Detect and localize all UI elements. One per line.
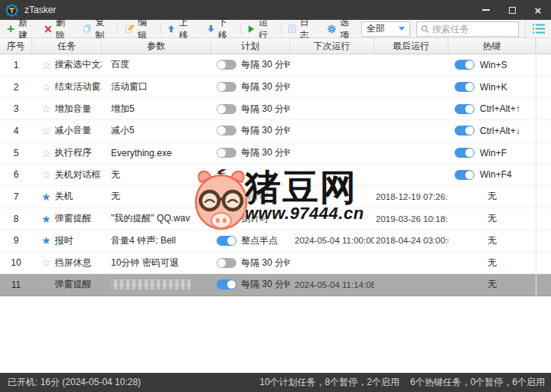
schedule-text: 每隔 30 分钟 — [241, 103, 290, 116]
favorite-star-icon[interactable]: ★ — [41, 214, 51, 224]
toggle-on[interactable] — [217, 279, 236, 289]
last-run-cell — [374, 120, 448, 142]
uptime-status: 已开机: 16分 (2024-05-04 10:28) — [8, 376, 141, 389]
favorite-star-outline-icon[interactable]: ☆ — [41, 257, 51, 268]
task-params-cell: 减小5 — [102, 120, 211, 142]
filter-dropdown[interactable]: 全部 — [361, 21, 410, 37]
minimize-button[interactable] — [473, 0, 499, 20]
column-header-1[interactable]: 序号 — [0, 38, 32, 54]
task-row-4[interactable]: 4☆减小音量减小5每隔 30 分钟Ctrl+Alt+↓ — [0, 120, 551, 142]
column-header-6[interactable]: 最后运行 — [374, 38, 448, 54]
task-row-8[interactable]: 8★弹窗提醒"我的提醒" QQ.wav倒计时2019-03-26 10:18:1… — [0, 208, 551, 230]
toggle-off[interactable] — [217, 126, 236, 136]
favorite-star-outline-icon[interactable]: ☆ — [41, 82, 51, 93]
hotkey-task-stats: 6个热键任务，0个暂停，6个启用 — [410, 376, 545, 389]
maximize-button[interactable] — [499, 0, 525, 20]
row-number: 3 — [0, 98, 32, 119]
toggle-on[interactable] — [455, 170, 474, 180]
hotkey-cell: 无 — [448, 274, 536, 296]
hotkey-text: 无 — [487, 234, 497, 247]
row-number: 11 — [0, 274, 32, 296]
row-number: 7 — [0, 186, 32, 207]
schedule-cell: 倒计时 — [211, 186, 290, 207]
hotkey-cell: Win+F4 — [448, 164, 536, 185]
toggle-off[interactable] — [217, 191, 236, 201]
hotkey-text: 无 — [487, 256, 497, 270]
schedule-cell: 每隔 30 分钟 — [211, 252, 290, 273]
task-row-6[interactable]: 6☆关机对话框无无Win+F4 — [0, 164, 551, 186]
copy-task-button[interactable]: 复制 — [77, 21, 116, 38]
toggle-on[interactable] — [455, 60, 474, 70]
plus-icon: + — [7, 22, 15, 35]
next-run-cell — [290, 164, 374, 185]
favorite-star-outline-icon[interactable]: ☆ — [41, 169, 51, 180]
favorite-star-outline-icon[interactable]: ☆ — [41, 126, 51, 136]
task-params-cell: "我的提醒" QQ.wav — [102, 208, 211, 230]
close-button[interactable]: × — [525, 0, 551, 20]
toggle-off[interactable] — [217, 148, 236, 158]
task-row-5[interactable]: 5☆执行程序Everything.exe每隔 30 分钟Win+F — [0, 142, 551, 165]
column-header-5[interactable]: 下次运行 — [290, 38, 374, 54]
row-number: 5 — [0, 142, 32, 164]
task-row-1[interactable]: 1☆搜索选中文本百度每隔 30 分钟Win+S — [0, 54, 551, 77]
toggle-off[interactable] — [217, 214, 236, 224]
next-run-cell — [290, 120, 374, 142]
edit-task-button[interactable]: 编辑 — [119, 21, 159, 38]
favorite-star-outline-icon[interactable]: ☆ — [41, 148, 51, 158]
view-list-button[interactable] — [525, 20, 551, 38]
arrow-down-icon — [207, 24, 214, 34]
favorite-star-outline-icon[interactable]: ☆ — [41, 279, 51, 290]
toggle-off[interactable] — [217, 60, 236, 70]
run-task-button[interactable]: 运行 — [241, 21, 279, 38]
task-name-cell: ☆减小音量 — [32, 120, 102, 142]
task-name-cell: ☆执行程序 — [32, 142, 102, 164]
row-number: 4 — [0, 120, 32, 142]
task-row-9[interactable]: 9★报时音量4 钟声: Bell整点半点2024-05-04 11:00:002… — [0, 230, 551, 253]
task-name: 结束活动窗... — [55, 80, 102, 93]
delete-task-button[interactable]: 删除 — [37, 21, 77, 38]
task-row-7[interactable]: 7★关机无倒计时2018-12-19 07:26:18无 — [0, 186, 551, 208]
task-row-11[interactable]: 11☆弹窗提醒每隔 30 分钟2024-05-04 11:14:08无 — [0, 274, 551, 296]
column-header-2[interactable]: 任务 — [32, 38, 102, 54]
column-header-4[interactable]: 计划 — [211, 38, 290, 54]
toolbar-separator — [240, 23, 241, 34]
search-input[interactable] — [432, 24, 514, 34]
schedule-text: 每隔 30 分钟 — [241, 146, 290, 159]
last-run-cell — [374, 98, 448, 119]
task-row-10[interactable]: 10☆挡屏休息10分钟 密码可退每隔 30 分钟无 — [0, 252, 551, 274]
task-row-2[interactable]: 2☆结束活动窗...活动窗口每隔 30 分钟Win+K — [0, 77, 551, 99]
toggle-on[interactable] — [455, 126, 474, 136]
toggle-on[interactable] — [455, 82, 474, 92]
column-header-3[interactable]: 参数 — [102, 38, 211, 54]
favorite-star-icon[interactable]: ★ — [41, 191, 51, 202]
move-up-button[interactable]: 上移 — [161, 21, 200, 38]
delete-x-icon — [44, 24, 51, 34]
toggle-on[interactable] — [217, 236, 236, 246]
table-header: 序号任务参数计划下次运行最后运行热键 — [0, 38, 551, 54]
task-row-3[interactable]: 3☆增加音量增加5每隔 30 分钟Ctrl+Alt+↑ — [0, 98, 551, 120]
schedule-cell: 每隔 30 分钟 — [211, 120, 290, 142]
favorite-star-icon[interactable]: ★ — [41, 235, 51, 246]
toggle-on[interactable] — [455, 104, 474, 114]
schedule-cell: 倒计时 — [211, 208, 290, 230]
task-params-cell: 无 — [102, 186, 211, 207]
chevron-down-icon — [399, 27, 405, 31]
log-button[interactable]: 日志 — [282, 21, 321, 38]
task-name: 执行程序 — [55, 146, 92, 159]
edit-pencil-icon — [126, 24, 134, 34]
column-header-7[interactable]: 热键 — [448, 38, 536, 54]
favorite-star-outline-icon[interactable]: ☆ — [41, 60, 51, 70]
favorite-star-outline-icon[interactable]: ☆ — [41, 103, 51, 114]
move-down-button[interactable]: 下移 — [201, 21, 240, 38]
hotkey-text: Win+S — [480, 60, 507, 70]
task-params-cell: 10分钟 密码可退 — [102, 252, 211, 273]
task-name-cell: ☆弹窗提醒 — [32, 274, 102, 296]
toggle-off[interactable] — [217, 104, 236, 114]
log-document-icon — [289, 24, 295, 34]
schedule-cell: 整点半点 — [211, 230, 290, 252]
new-task-button[interactable]: + 新建 — [0, 21, 37, 38]
options-button[interactable]: 选项 — [321, 21, 361, 38]
toggle-on[interactable] — [455, 148, 474, 158]
toggle-off[interactable] — [217, 82, 236, 92]
toggle-off[interactable] — [217, 258, 236, 268]
